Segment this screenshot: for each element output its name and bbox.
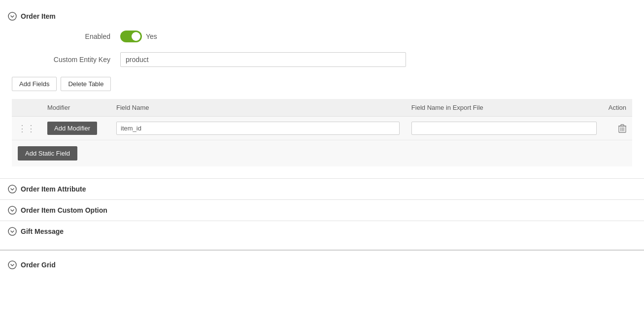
order-item-collapse-icon [8, 12, 17, 21]
field-name-cell [110, 117, 406, 140]
gift-message-title: Gift Message [21, 227, 64, 235]
th-drag [12, 99, 41, 117]
enabled-toggle[interactable] [120, 31, 142, 42]
enabled-control: Yes [120, 31, 157, 42]
page-container: Order Item Enabled Yes Custom Entity Key [0, 0, 644, 283]
enabled-row: Enabled Yes [12, 31, 632, 42]
action-cell [603, 117, 632, 140]
drag-cell: ⋮⋮ [12, 117, 41, 140]
order-item-attribute-collapse-icon [8, 185, 17, 193]
gift-message-section: Gift Message [0, 221, 644, 242]
modifier-cell: Add Modifier [41, 117, 110, 140]
th-fieldname: Field Name [110, 99, 406, 117]
delete-row-button[interactable] [609, 124, 626, 133]
order-grid-title: Order Grid [21, 261, 56, 269]
svg-point-6 [8, 185, 16, 193]
export-field-cell [406, 117, 603, 140]
order-item-custom-option-section: Order Item Custom Option [0, 199, 644, 221]
order-item-custom-option-collapse-icon [8, 206, 17, 215]
delete-table-button[interactable]: Delete Table [61, 77, 111, 91]
add-fields-button[interactable]: Add Fields [12, 77, 57, 91]
svg-point-9 [8, 261, 16, 269]
field-name-input[interactable] [116, 122, 400, 135]
order-item-attribute-section: Order Item Attribute [0, 178, 644, 199]
collapsed-sections-container: Order Item Attribute Order Item Custom O… [0, 178, 644, 242]
order-item-attribute-title: Order Item Attribute [21, 185, 86, 193]
order-item-custom-option-header[interactable]: Order Item Custom Option [0, 200, 644, 221]
export-field-input[interactable] [411, 122, 597, 135]
enabled-label: Enabled [12, 32, 120, 40]
th-modifier: Modifier [41, 99, 110, 117]
th-action: Action [603, 99, 632, 117]
svg-point-0 [8, 12, 16, 20]
gift-message-collapse-icon [8, 227, 17, 236]
order-item-content: Enabled Yes Custom Entity Key Add F [0, 25, 644, 178]
fields-table: Modifier Field Name Field Name in Export… [12, 99, 632, 166]
custom-entity-key-control [120, 52, 406, 67]
order-grid-section: Order Grid [0, 250, 644, 275]
order-item-section: Order Item Enabled Yes Custom Entity Key [0, 8, 644, 178]
order-item-attribute-header[interactable]: Order Item Attribute [0, 179, 644, 199]
gift-message-header[interactable]: Gift Message [0, 221, 644, 242]
svg-point-7 [8, 206, 16, 214]
add-modifier-button[interactable]: Add Modifier [47, 122, 97, 135]
order-grid-header[interactable]: Order Grid [0, 255, 644, 275]
th-export: Field Name in Export File [406, 99, 603, 117]
svg-point-8 [8, 227, 16, 235]
order-item-section-header[interactable]: Order Item [0, 8, 644, 25]
toggle-slider [120, 31, 142, 42]
enabled-yes-label: Yes [146, 32, 157, 40]
custom-entity-key-input[interactable] [120, 52, 406, 67]
order-item-custom-option-title: Order Item Custom Option [21, 206, 107, 214]
custom-entity-key-label: Custom Entity Key [12, 56, 120, 64]
order-item-title: Order Item [21, 12, 56, 20]
drag-handle-icon[interactable]: ⋮⋮ [18, 124, 35, 133]
custom-entity-key-row: Custom Entity Key [12, 52, 632, 67]
table-header-row: Modifier Field Name Field Name in Export… [12, 99, 632, 117]
order-grid-collapse-icon [8, 260, 17, 269]
add-static-field-button[interactable]: Add Static Field [18, 146, 77, 160]
action-buttons: Add Fields Delete Table [12, 77, 632, 91]
table-row: ⋮⋮ Add Modifier [12, 117, 632, 140]
add-static-field-row: Add Static Field [12, 140, 632, 167]
add-static-field-cell: Add Static Field [12, 140, 632, 167]
